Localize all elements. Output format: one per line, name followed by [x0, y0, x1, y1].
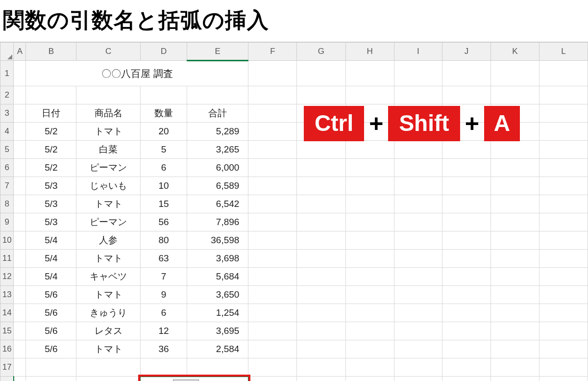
cell[interactable] — [297, 195, 345, 213]
cell[interactable] — [490, 141, 539, 159]
cell-date[interactable]: 5/3 — [26, 213, 76, 231]
col-header-I[interactable]: I — [394, 43, 442, 61]
cell[interactable] — [14, 250, 26, 268]
cell[interactable] — [248, 61, 297, 86]
cell[interactable] — [442, 322, 491, 340]
row-header-1[interactable]: 1 — [0, 61, 14, 86]
cell[interactable] — [140, 86, 187, 104]
cell[interactable] — [248, 195, 297, 213]
cell[interactable] — [345, 141, 394, 159]
cell[interactable] — [490, 177, 539, 195]
cell[interactable] — [248, 177, 297, 195]
cell-total[interactable]: 7,896 — [187, 213, 248, 231]
col-header-D[interactable]: D — [140, 43, 187, 61]
cell-qty[interactable]: 10 — [140, 177, 187, 195]
cell[interactable] — [394, 159, 442, 177]
cell[interactable] — [490, 231, 539, 250]
cell-qty[interactable]: 9 — [140, 286, 187, 304]
cell-qty[interactable]: 5 — [140, 141, 187, 159]
cell[interactable] — [345, 322, 394, 340]
cell[interactable] — [187, 358, 248, 377]
cell-date[interactable]: 5/4 — [26, 250, 76, 268]
cell[interactable] — [297, 322, 345, 340]
cell-product[interactable]: トマト — [76, 250, 141, 268]
cell-date[interactable]: 5/2 — [26, 159, 76, 177]
cell[interactable] — [345, 358, 394, 377]
cell[interactable] — [394, 141, 442, 159]
cell[interactable] — [297, 286, 345, 304]
cell[interactable] — [248, 304, 297, 322]
cell[interactable] — [248, 123, 297, 141]
cell[interactable] — [490, 86, 539, 104]
cell-date[interactable]: 5/4 — [26, 231, 76, 250]
cell[interactable] — [539, 104, 588, 123]
cell[interactable] — [248, 322, 297, 340]
cell[interactable] — [248, 268, 297, 286]
cell[interactable] — [297, 86, 345, 104]
cell[interactable] — [442, 61, 491, 86]
cell[interactable] — [394, 358, 442, 377]
cell-qty[interactable]: 80 — [140, 231, 187, 250]
cell[interactable] — [539, 377, 588, 381]
col-header-F[interactable]: F — [248, 43, 297, 61]
cell-product[interactable]: トマト — [76, 123, 141, 141]
cell-total[interactable]: 6,000 — [187, 159, 248, 177]
cell[interactable] — [76, 377, 141, 381]
cell[interactable] — [394, 177, 442, 195]
col-header-A[interactable]: A — [14, 43, 26, 61]
cell[interactable] — [248, 340, 297, 358]
cell-product[interactable]: トマト — [76, 286, 141, 304]
select-all-corner[interactable] — [0, 43, 14, 61]
cell[interactable] — [297, 141, 345, 159]
cell[interactable] — [345, 340, 394, 358]
cell-total[interactable]: 5,289 — [187, 123, 248, 141]
cell-date[interactable]: 5/6 — [26, 322, 76, 340]
cell-total[interactable]: 2,584 — [187, 340, 248, 358]
header-product[interactable]: 商品名 — [76, 104, 141, 123]
cell-qty[interactable]: 15 — [140, 195, 187, 213]
cell[interactable] — [394, 213, 442, 231]
cell[interactable] — [490, 304, 539, 322]
cell[interactable] — [394, 286, 442, 304]
cell[interactable] — [490, 322, 539, 340]
cell[interactable] — [297, 358, 345, 377]
cell[interactable] — [539, 213, 588, 231]
cell[interactable] — [490, 286, 539, 304]
cell-total[interactable]: 3,650 — [187, 286, 248, 304]
cell[interactable] — [490, 213, 539, 231]
cell-total[interactable]: 6,589 — [187, 177, 248, 195]
cell[interactable] — [345, 377, 394, 381]
cell[interactable] — [394, 250, 442, 268]
cell[interactable] — [345, 304, 394, 322]
cell[interactable] — [14, 286, 26, 304]
cell[interactable] — [345, 231, 394, 250]
cell[interactable] — [345, 250, 394, 268]
row-header-11[interactable]: 11 — [0, 250, 14, 268]
cell-product[interactable]: トマト — [76, 195, 141, 213]
cell-product[interactable]: トマト — [76, 340, 141, 358]
col-header-K[interactable]: K — [490, 43, 539, 61]
cell[interactable] — [345, 159, 394, 177]
cell[interactable] — [490, 358, 539, 377]
cell[interactable] — [248, 231, 297, 250]
cell-qty[interactable]: 12 — [140, 322, 187, 340]
cell[interactable] — [539, 340, 588, 358]
cell[interactable] — [539, 358, 588, 377]
row-header-17[interactable]: 17 — [0, 358, 14, 377]
row-header-16[interactable]: 16 — [0, 340, 14, 358]
cell[interactable] — [297, 268, 345, 286]
row-header-18[interactable]: 18 — [0, 377, 14, 381]
cell[interactable] — [248, 86, 297, 104]
cell[interactable] — [248, 250, 297, 268]
survey-title-cell[interactable]: 〇〇八百屋 調査 — [26, 61, 248, 86]
cell-product[interactable]: じゃいも — [76, 177, 141, 195]
cell-product[interactable]: キャベツ — [76, 268, 141, 286]
cell[interactable] — [76, 358, 141, 377]
cell[interactable] — [490, 159, 539, 177]
cell-date[interactable]: 5/2 — [26, 123, 76, 141]
cell[interactable] — [490, 340, 539, 358]
row-header-12[interactable]: 12 — [0, 268, 14, 286]
cell-date[interactable]: 5/3 — [26, 195, 76, 213]
cell[interactable] — [539, 304, 588, 322]
cell[interactable] — [14, 61, 26, 86]
